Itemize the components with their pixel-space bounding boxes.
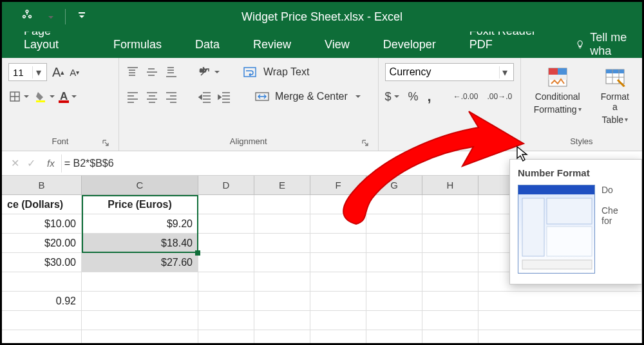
increase-indent-icon[interactable] <box>217 88 231 106</box>
font-color-button[interactable]: A <box>60 88 77 106</box>
font-size-combo[interactable]: ▾ <box>8 63 47 81</box>
tell-me-box[interactable]: Tell me wha <box>575 31 642 58</box>
font-size-input[interactable] <box>9 67 32 78</box>
cell[interactable] <box>366 330 422 345</box>
borders-button[interactable] <box>8 88 29 106</box>
cell[interactable] <box>366 311 422 330</box>
cell[interactable] <box>198 292 254 311</box>
cell[interactable] <box>82 330 198 345</box>
cell[interactable] <box>254 272 310 292</box>
col-header-e[interactable]: E <box>254 176 310 194</box>
cell[interactable] <box>198 195 254 214</box>
col-header-d[interactable]: D <box>198 176 254 194</box>
tab-review[interactable]: Review <box>245 33 299 58</box>
alignment-launcher-icon[interactable] <box>360 138 370 148</box>
enter-formula-icon[interactable]: ✓ <box>27 157 35 169</box>
cell[interactable] <box>422 311 478 330</box>
align-center-icon[interactable] <box>145 88 159 106</box>
cell[interactable] <box>254 253 310 272</box>
cancel-formula-icon[interactable]: ✕ <box>11 157 19 169</box>
cell[interactable] <box>422 234 478 253</box>
orientation-button[interactable]: ab <box>198 63 220 81</box>
align-top-icon[interactable] <box>126 63 140 81</box>
cell[interactable] <box>478 330 642 345</box>
align-right-icon[interactable] <box>164 88 178 106</box>
cell[interactable] <box>478 292 642 311</box>
cell[interactable] <box>310 272 366 292</box>
decrease-indent-icon[interactable] <box>198 88 212 106</box>
cell-b2[interactable]: $10.00 <box>2 214 82 234</box>
touch-mode-icon[interactable] <box>20 8 34 25</box>
cell[interactable] <box>310 292 366 311</box>
cell[interactable] <box>366 292 422 311</box>
fill-handle[interactable] <box>195 250 200 256</box>
percent-format-button[interactable]: % <box>408 88 419 106</box>
col-header-c[interactable]: C <box>82 176 198 194</box>
chevron-down-icon[interactable]: ▾ <box>32 66 44 79</box>
number-launcher-icon[interactable] <box>502 138 513 148</box>
cell-b4[interactable]: $30.00 <box>2 253 82 272</box>
cell[interactable] <box>2 330 82 345</box>
cell[interactable] <box>198 253 254 272</box>
cell[interactable] <box>366 253 422 272</box>
cell[interactable] <box>310 311 366 330</box>
font-launcher-icon[interactable] <box>100 138 111 148</box>
qat-customize-icon[interactable] <box>77 11 86 23</box>
cell-c5[interactable] <box>82 272 198 292</box>
tab-formulas[interactable]: Formulas <box>106 33 169 58</box>
cell-c4[interactable]: $27.60 <box>82 253 198 272</box>
decrease-decimal-icon[interactable]: .00→.0 <box>487 88 512 106</box>
conditional-formatting-button[interactable]: Conditional Formatting ▾ <box>527 63 588 134</box>
number-format-input[interactable] <box>386 66 499 78</box>
tab-view[interactable]: View <box>317 33 357 58</box>
cell[interactable] <box>254 234 310 253</box>
col-header-f[interactable]: F <box>310 176 366 194</box>
align-left-icon[interactable] <box>126 88 140 106</box>
cell[interactable] <box>478 311 642 330</box>
cell[interactable] <box>422 292 478 311</box>
cell[interactable] <box>366 214 422 234</box>
cell[interactable] <box>310 234 366 253</box>
tab-data[interactable]: Data <box>187 33 227 58</box>
tab-developer[interactable]: Developer <box>375 33 444 58</box>
comma-format-button[interactable]: , <box>428 88 431 106</box>
fx-icon[interactable]: fx <box>47 158 55 169</box>
col-header-b[interactable]: B <box>2 176 82 194</box>
chevron-down-icon[interactable]: ▾ <box>499 66 511 79</box>
decrease-font-icon[interactable]: A▾ <box>70 63 79 81</box>
cell[interactable] <box>422 214 478 234</box>
cell-b3[interactable]: $20.00 <box>2 234 82 253</box>
increase-font-icon[interactable]: A▴ <box>52 63 64 81</box>
cell[interactable] <box>198 330 254 345</box>
col-header-h[interactable]: H <box>422 176 478 194</box>
cell[interactable] <box>254 311 310 330</box>
align-middle-icon[interactable] <box>145 63 159 81</box>
cell-b5[interactable] <box>2 272 82 292</box>
align-bottom-icon[interactable] <box>164 63 178 81</box>
cell[interactable] <box>310 330 366 345</box>
wrap-text-button[interactable]: Wrap Text <box>243 63 309 81</box>
cell[interactable] <box>422 195 478 214</box>
cell[interactable] <box>422 330 478 345</box>
fill-color-button[interactable] <box>34 88 55 106</box>
cell-b6[interactable]: 0.92 <box>2 292 82 311</box>
cell-c3[interactable]: $18.40 <box>82 234 198 253</box>
cell[interactable] <box>366 195 422 214</box>
cell[interactable] <box>422 272 478 292</box>
cell-c2[interactable]: $9.20 <box>82 214 198 234</box>
cell[interactable] <box>422 253 478 272</box>
cell[interactable] <box>198 234 254 253</box>
cell[interactable] <box>198 214 254 234</box>
increase-decimal-icon[interactable]: ←.0.00 <box>453 88 478 106</box>
merge-center-button[interactable]: Merge & Center <box>254 88 361 106</box>
number-format-combo[interactable]: ▾ <box>385 63 514 81</box>
cell[interactable] <box>366 234 422 253</box>
cell[interactable] <box>310 253 366 272</box>
cell[interactable] <box>254 292 310 311</box>
cell[interactable] <box>254 214 310 234</box>
cell[interactable] <box>198 311 254 330</box>
cell-c1[interactable]: Price (Euros) <box>82 195 198 214</box>
col-header-g[interactable]: G <box>366 176 422 194</box>
cell-b1[interactable]: ce (Dollars) <box>2 195 82 214</box>
cell[interactable] <box>198 272 254 292</box>
